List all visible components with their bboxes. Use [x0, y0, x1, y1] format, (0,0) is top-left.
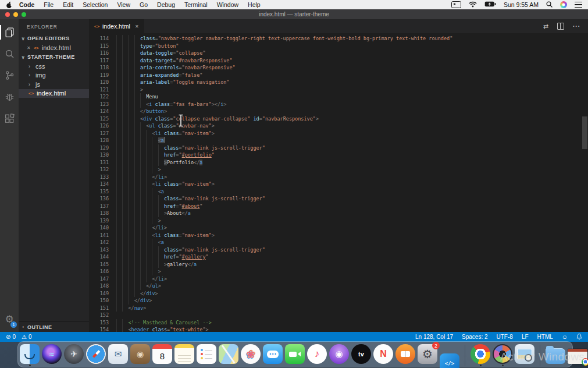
activity-source-control-icon[interactable]: [0, 65, 19, 86]
line-number[interactable]: 137: [89, 203, 116, 210]
code-line[interactable]: 119aria-expanded="false": [89, 72, 588, 79]
code-line[interactable]: 115type="button": [89, 43, 588, 50]
file-index-html[interactable]: <>index.html: [19, 89, 89, 98]
line-number[interactable]: 153: [89, 319, 116, 327]
code-line[interactable]: 143class="nav-link js-scroll-trigger": [89, 246, 588, 254]
warnings-indicator[interactable]: ⚠ 0: [22, 334, 32, 340]
dock-item-mail[interactable]: [108, 344, 128, 366]
code-line[interactable]: 133</li>: [89, 174, 588, 181]
title-bar[interactable]: index.html — starter-theme: [0, 9, 588, 19]
notes-dock-icon[interactable]: [174, 344, 194, 364]
books-dock-icon[interactable]: [395, 344, 415, 364]
wifi-icon[interactable]: [469, 1, 477, 9]
code-line[interactable]: 154<header class="text-white">: [89, 326, 588, 332]
line-number[interactable]: 146: [89, 268, 116, 275]
dock-item-contacts[interactable]: [130, 344, 150, 366]
activity-explorer-icon[interactable]: [0, 22, 19, 43]
folder-img[interactable]: ›img: [19, 71, 89, 80]
editor-scrollbar[interactable]: [582, 116, 587, 149]
code-line[interactable]: 145>gallery</a: [89, 261, 588, 268]
code-line[interactable]: 137href="#about": [89, 203, 588, 210]
activity-debug-icon[interactable]: [0, 86, 19, 108]
line-number[interactable]: 150: [89, 297, 116, 305]
dock-item-vscode[interactable]: [440, 344, 459, 366]
code-line[interactable]: 151</nav>: [89, 305, 588, 312]
code-line[interactable]: 129class="nav-link js-scroll-trigger": [89, 144, 588, 152]
line-number[interactable]: 121: [89, 86, 116, 94]
dock-item-news[interactable]: N: [373, 344, 393, 366]
calendar-dock-icon[interactable]: 8: [152, 344, 172, 364]
more-actions-icon[interactable]: ···: [573, 23, 580, 30]
code-line[interactable]: 144href="#gallery": [89, 253, 588, 261]
line-number[interactable]: 140: [89, 224, 116, 232]
messages-dock-icon[interactable]: [263, 344, 283, 364]
dock-item-finder[interactable]: [20, 344, 40, 366]
code-line[interactable]: 122Menu: [89, 93, 588, 101]
code-line[interactable]: 114class="navbar-toggler navbar-toggler-…: [89, 35, 588, 43]
line-number[interactable]: 119: [89, 72, 116, 79]
dock-item-safari[interactable]: [86, 344, 106, 366]
dock-item-siri[interactable]: [42, 344, 62, 366]
screen-mirroring-icon[interactable]: [451, 1, 461, 8]
line-number[interactable]: 120: [89, 79, 116, 86]
minimize-window-button[interactable]: [13, 12, 18, 17]
tv-dock-icon[interactable]: tv: [351, 344, 371, 364]
feedback-smiley-icon[interactable]: ☺: [562, 334, 568, 340]
code-line[interactable]: 141<li class="nav-item">: [89, 232, 588, 239]
code-line[interactable]: 136class="nav-link js-scroll-trigger": [89, 195, 588, 203]
code-line[interactable]: 131>Portfolio</a: [89, 159, 588, 167]
code-line[interactable]: 127<li class="nav-item">: [89, 130, 588, 137]
dock-item-photos[interactable]: [241, 344, 261, 366]
line-number[interactable]: 131: [89, 159, 116, 167]
facetime-dock-icon[interactable]: [285, 344, 305, 364]
dock-item-maps[interactable]: [219, 344, 238, 366]
line-number[interactable]: 138: [89, 210, 116, 217]
dock-item-chrome[interactable]: [471, 344, 490, 366]
menu-item-code[interactable]: Code: [15, 1, 39, 8]
dock-item-launchpad[interactable]: [64, 344, 84, 366]
code-line[interactable]: 135<a: [89, 188, 588, 196]
code-line[interactable]: 126<ul class="navbar-nav">: [89, 122, 588, 130]
close-tab-icon[interactable]: ✕: [135, 24, 139, 29]
dock-item-facetime[interactable]: [285, 344, 305, 366]
line-number[interactable]: 147: [89, 275, 116, 283]
activity-extensions-icon[interactable]: [0, 108, 19, 129]
chrome-dock-icon[interactable]: [471, 344, 490, 364]
open-changes-icon[interactable]: ⇄: [543, 23, 548, 30]
line-number[interactable]: 139: [89, 217, 116, 225]
language-mode[interactable]: HTML: [537, 334, 553, 340]
line-number[interactable]: 117: [89, 57, 116, 65]
code-line[interactable]: 146>: [89, 268, 588, 275]
code-line[interactable]: 118aria-controls="navbarResponsive": [89, 64, 588, 72]
menu-item-edit[interactable]: Edit: [58, 1, 78, 8]
line-number[interactable]: 136: [89, 195, 116, 203]
line-number[interactable]: 132: [89, 166, 116, 174]
notification-center-icon[interactable]: [575, 2, 582, 8]
code-line[interactable]: 123<i class="fas fa-bars"></i>: [89, 101, 588, 108]
line-number[interactable]: 125: [89, 115, 116, 123]
code-editor[interactable]: 114class="navbar-toggler navbar-toggler-…: [89, 33, 588, 332]
menu-item-debug[interactable]: Debug: [152, 1, 180, 8]
line-number[interactable]: 129: [89, 144, 116, 152]
siri-menu-icon[interactable]: [560, 1, 567, 8]
code-line[interactable]: 121>: [89, 86, 588, 94]
finder-dock-icon[interactable]: [20, 344, 40, 364]
code-line[interactable]: 138>About</a: [89, 210, 588, 217]
contacts-dock-icon[interactable]: [130, 344, 150, 364]
mail-dock-icon[interactable]: [108, 344, 128, 364]
line-number[interactable]: 149: [89, 290, 116, 298]
settings-dock-icon[interactable]: 2: [418, 344, 437, 364]
code-line[interactable]: 120aria-label="Toggle navigation": [89, 79, 588, 86]
code-line[interactable]: 150</div>: [89, 297, 588, 305]
line-number[interactable]: 133: [89, 174, 116, 181]
line-number[interactable]: 135: [89, 188, 116, 196]
dock-item-calendar[interactable]: 8: [152, 344, 172, 366]
code-line[interactable]: 130href="#portfolio": [89, 151, 588, 159]
open-editors-header[interactable]: ∨ OPEN EDITORS: [19, 34, 89, 43]
line-number[interactable]: 134: [89, 181, 116, 188]
line-number[interactable]: 145: [89, 261, 116, 268]
manage-gear-icon[interactable]: ⚙ 1: [0, 310, 19, 328]
menu-item-terminal[interactable]: Terminal: [180, 1, 212, 8]
line-number[interactable]: 116: [89, 49, 116, 57]
close-window-button[interactable]: [5, 12, 10, 17]
